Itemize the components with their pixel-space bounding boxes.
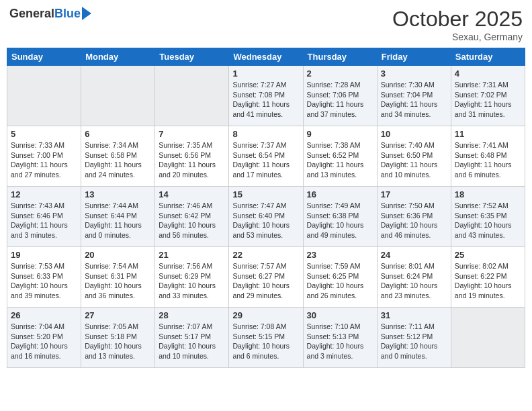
day-number: 9 xyxy=(307,129,373,139)
calendar-cell: 19Sunrise: 7:53 AM Sunset: 6:33 PM Dayli… xyxy=(7,247,81,308)
col-header-tuesday: Tuesday xyxy=(155,48,229,66)
day-number: 29 xyxy=(232,310,299,320)
day-number: 16 xyxy=(307,189,373,199)
day-number: 12 xyxy=(11,189,77,199)
day-number: 23 xyxy=(307,250,373,260)
calendar-cell: 15Sunrise: 7:47 AM Sunset: 6:40 PM Dayli… xyxy=(229,187,303,247)
day-number: 26 xyxy=(11,310,77,320)
day-info: Sunrise: 7:56 AM Sunset: 6:29 PM Dayligh… xyxy=(159,261,225,301)
day-number: 13 xyxy=(85,189,151,199)
day-number: 10 xyxy=(381,129,447,139)
day-number: 1 xyxy=(232,68,299,79)
day-info: Sunrise: 7:59 AM Sunset: 6:25 PM Dayligh… xyxy=(307,261,373,301)
day-number: 21 xyxy=(159,250,225,260)
day-number: 19 xyxy=(11,250,77,260)
day-info: Sunrise: 7:31 AM Sunset: 7:02 PM Dayligh… xyxy=(455,80,521,120)
day-info: Sunrise: 7:04 AM Sunset: 5:20 PM Dayligh… xyxy=(11,322,77,361)
day-number: 8 xyxy=(232,129,299,139)
day-number: 3 xyxy=(381,68,447,79)
col-header-thursday: Thursday xyxy=(303,48,377,66)
calendar-cell xyxy=(155,66,229,126)
calendar-week-row: 1Sunrise: 7:27 AM Sunset: 7:08 PM Daylig… xyxy=(7,66,525,126)
day-info: Sunrise: 7:54 AM Sunset: 6:31 PM Dayligh… xyxy=(85,261,151,301)
calendar-cell: 7Sunrise: 7:35 AM Sunset: 6:56 PM Daylig… xyxy=(155,126,229,187)
calendar-cell: 17Sunrise: 7:50 AM Sunset: 6:36 PM Dayli… xyxy=(377,187,451,247)
day-number: 31 xyxy=(381,310,447,320)
day-number: 14 xyxy=(159,189,225,199)
day-info: Sunrise: 7:05 AM Sunset: 5:18 PM Dayligh… xyxy=(85,322,151,361)
page-header: General Blue October 2025 Sexau, Germany xyxy=(7,7,525,42)
calendar-cell: 13Sunrise: 7:44 AM Sunset: 6:44 PM Dayli… xyxy=(81,187,155,247)
day-info: Sunrise: 7:47 AM Sunset: 6:40 PM Dayligh… xyxy=(232,201,299,240)
calendar-cell: 31Sunrise: 7:11 AM Sunset: 5:12 PM Dayli… xyxy=(377,308,451,368)
day-number: 7 xyxy=(159,129,225,139)
logo-arrow-icon xyxy=(82,7,91,20)
day-info: Sunrise: 7:46 AM Sunset: 6:42 PM Dayligh… xyxy=(159,201,225,240)
month-title: October 2025 xyxy=(392,7,523,32)
calendar-week-row: 26Sunrise: 7:04 AM Sunset: 5:20 PM Dayli… xyxy=(7,308,525,368)
day-info: Sunrise: 7:11 AM Sunset: 5:12 PM Dayligh… xyxy=(381,322,447,361)
day-number: 28 xyxy=(159,310,225,320)
calendar-table: SundayMondayTuesdayWednesdayThursdayFrid… xyxy=(7,48,525,368)
calendar-cell: 3Sunrise: 7:30 AM Sunset: 7:04 PM Daylig… xyxy=(377,66,451,126)
day-number: 22 xyxy=(232,250,299,260)
day-number: 24 xyxy=(381,250,447,260)
calendar-cell: 20Sunrise: 7:54 AM Sunset: 6:31 PM Dayli… xyxy=(81,247,155,308)
day-info: Sunrise: 7:30 AM Sunset: 7:04 PM Dayligh… xyxy=(381,80,447,120)
day-info: Sunrise: 7:49 AM Sunset: 6:38 PM Dayligh… xyxy=(307,201,373,240)
day-info: Sunrise: 7:53 AM Sunset: 6:33 PM Dayligh… xyxy=(11,261,77,301)
title-area: October 2025 Sexau, Germany xyxy=(392,7,523,42)
day-number: 5 xyxy=(11,129,77,139)
col-header-sunday: Sunday xyxy=(7,48,81,66)
calendar-cell: 2Sunrise: 7:28 AM Sunset: 7:06 PM Daylig… xyxy=(303,66,377,126)
col-header-monday: Monday xyxy=(81,48,155,66)
day-info: Sunrise: 7:35 AM Sunset: 6:56 PM Dayligh… xyxy=(159,140,225,180)
day-info: Sunrise: 7:27 AM Sunset: 7:08 PM Dayligh… xyxy=(232,80,299,120)
day-info: Sunrise: 7:41 AM Sunset: 6:48 PM Dayligh… xyxy=(455,140,521,180)
day-number: 30 xyxy=(307,310,373,320)
calendar-cell: 29Sunrise: 7:08 AM Sunset: 5:15 PM Dayli… xyxy=(229,308,303,368)
day-info: Sunrise: 7:37 AM Sunset: 6:54 PM Dayligh… xyxy=(232,140,299,180)
calendar-cell xyxy=(81,66,155,126)
col-header-wednesday: Wednesday xyxy=(229,48,303,66)
day-number: 11 xyxy=(455,129,521,139)
day-number: 17 xyxy=(381,189,447,199)
day-info: Sunrise: 7:34 AM Sunset: 6:58 PM Dayligh… xyxy=(85,140,151,180)
day-number: 20 xyxy=(85,250,151,260)
calendar-cell: 21Sunrise: 7:56 AM Sunset: 6:29 PM Dayli… xyxy=(155,247,229,308)
calendar-cell xyxy=(451,308,525,368)
day-info: Sunrise: 7:08 AM Sunset: 5:15 PM Dayligh… xyxy=(232,322,299,361)
day-info: Sunrise: 7:10 AM Sunset: 5:13 PM Dayligh… xyxy=(307,322,373,361)
calendar-cell xyxy=(7,66,81,126)
calendar-cell: 26Sunrise: 7:04 AM Sunset: 5:20 PM Dayli… xyxy=(7,308,81,368)
calendar-cell: 1Sunrise: 7:27 AM Sunset: 7:08 PM Daylig… xyxy=(229,66,303,126)
day-info: Sunrise: 7:28 AM Sunset: 7:06 PM Dayligh… xyxy=(307,80,373,120)
calendar-week-row: 12Sunrise: 7:43 AM Sunset: 6:46 PM Dayli… xyxy=(7,187,525,247)
calendar-cell: 16Sunrise: 7:49 AM Sunset: 6:38 PM Dayli… xyxy=(303,187,377,247)
calendar-cell: 10Sunrise: 7:40 AM Sunset: 6:50 PM Dayli… xyxy=(377,126,451,187)
day-info: Sunrise: 7:38 AM Sunset: 6:52 PM Dayligh… xyxy=(307,140,373,180)
day-info: Sunrise: 7:44 AM Sunset: 6:44 PM Dayligh… xyxy=(85,201,151,240)
calendar-cell: 14Sunrise: 7:46 AM Sunset: 6:42 PM Dayli… xyxy=(155,187,229,247)
day-number: 18 xyxy=(455,189,521,199)
calendar-cell: 25Sunrise: 8:02 AM Sunset: 6:22 PM Dayli… xyxy=(451,247,525,308)
calendar-cell: 12Sunrise: 7:43 AM Sunset: 6:46 PM Dayli… xyxy=(7,187,81,247)
day-number: 6 xyxy=(85,129,151,139)
calendar-cell: 23Sunrise: 7:59 AM Sunset: 6:25 PM Dayli… xyxy=(303,247,377,308)
day-number: 25 xyxy=(455,250,521,260)
calendar-cell: 6Sunrise: 7:34 AM Sunset: 6:58 PM Daylig… xyxy=(81,126,155,187)
day-info: Sunrise: 7:33 AM Sunset: 7:00 PM Dayligh… xyxy=(11,140,77,180)
day-number: 4 xyxy=(455,68,521,79)
calendar-cell: 28Sunrise: 7:07 AM Sunset: 5:17 PM Dayli… xyxy=(155,308,229,368)
day-number: 27 xyxy=(85,310,151,320)
calendar-week-row: 5Sunrise: 7:33 AM Sunset: 7:00 PM Daylig… xyxy=(7,126,525,187)
calendar-cell: 27Sunrise: 7:05 AM Sunset: 5:18 PM Dayli… xyxy=(81,308,155,368)
day-info: Sunrise: 7:43 AM Sunset: 6:46 PM Dayligh… xyxy=(11,201,77,240)
calendar-cell: 5Sunrise: 7:33 AM Sunset: 7:00 PM Daylig… xyxy=(7,126,81,187)
col-header-saturday: Saturday xyxy=(451,48,525,66)
day-info: Sunrise: 8:02 AM Sunset: 6:22 PM Dayligh… xyxy=(455,261,521,301)
calendar-cell: 9Sunrise: 7:38 AM Sunset: 6:52 PM Daylig… xyxy=(303,126,377,187)
calendar-header-row: SundayMondayTuesdayWednesdayThursdayFrid… xyxy=(7,48,525,66)
calendar-cell: 11Sunrise: 7:41 AM Sunset: 6:48 PM Dayli… xyxy=(451,126,525,187)
calendar-cell: 22Sunrise: 7:57 AM Sunset: 6:27 PM Dayli… xyxy=(229,247,303,308)
